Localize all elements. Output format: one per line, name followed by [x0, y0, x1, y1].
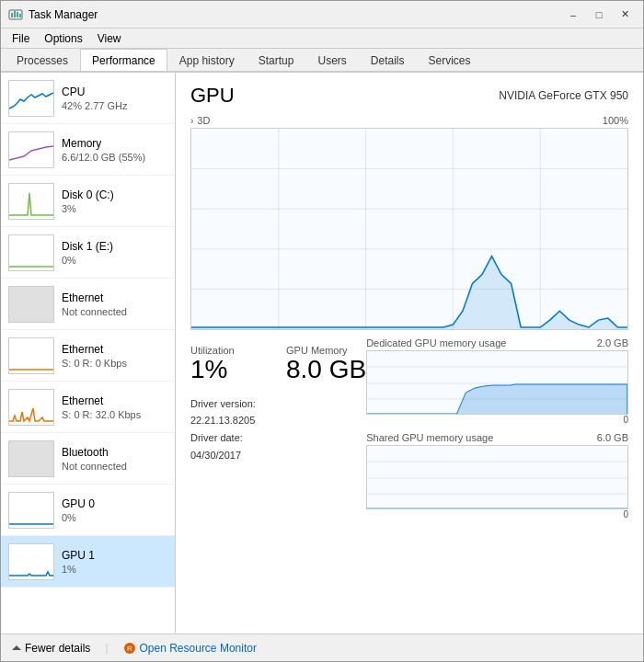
- title-controls: – □ ✕: [562, 6, 636, 24]
- detail-panel: GPU NVIDIA GeForce GTX 950 › 3D 100%: [176, 73, 643, 633]
- dedicated-chart-svg: [367, 351, 627, 415]
- svg-marker-21: [367, 508, 627, 509]
- menu-view[interactable]: View: [90, 30, 129, 47]
- app-icon: [8, 7, 23, 22]
- detail-header: GPU NVIDIA GeForce GTX 950: [190, 84, 628, 108]
- shared-min: 0: [366, 509, 628, 519]
- driver-date-label: Driver date:: [190, 429, 366, 447]
- disk1-info: Disk 1 (E:) 0%: [62, 240, 167, 266]
- tab-performance[interactable]: Performance: [80, 49, 167, 71]
- dedicated-label-row: Dedicated GPU memory usage 2.0 GB: [366, 337, 628, 348]
- memory-thumb: [8, 131, 54, 168]
- svg-rect-2: [14, 11, 16, 17]
- ethernet2-thumb: [8, 337, 54, 374]
- cpu-thumb: [8, 80, 54, 117]
- gpu0-info: GPU 0 0%: [62, 497, 167, 523]
- ethernet1-value: Not connected: [62, 306, 167, 317]
- sidebar-item-disk1[interactable]: Disk 1 (E:) 0%: [1, 227, 175, 279]
- utilization-value: 1%: [190, 356, 264, 384]
- fewer-details-label[interactable]: Fewer details: [25, 642, 90, 655]
- chart-label-row: › 3D 100%: [190, 115, 628, 126]
- bottom-bar: Fewer details | R Open Resource Monitor: [1, 633, 643, 661]
- disk0-thumb: [8, 183, 54, 220]
- dedicated-max: 2.0 GB: [597, 337, 628, 348]
- svg-rect-4: [19, 14, 21, 17]
- sidebar-item-ethernet2[interactable]: Ethernet S: 0 R: 0 Kbps: [1, 330, 175, 382]
- gpu1-value: 1%: [62, 564, 167, 575]
- gpu0-thumb: [8, 492, 54, 529]
- shared-chart-svg: [367, 446, 627, 509]
- tab-startup[interactable]: Startup: [247, 49, 306, 71]
- tab-processes[interactable]: Processes: [5, 49, 80, 71]
- chart-collapse-icon[interactable]: ›: [190, 116, 193, 126]
- tab-users[interactable]: Users: [305, 49, 358, 71]
- ethernet3-thumb: [8, 389, 54, 426]
- resource-monitor-label[interactable]: Open Resource Monitor: [140, 642, 257, 655]
- minimize-button[interactable]: –: [562, 6, 584, 24]
- gpu1-info: GPU 1 1%: [62, 549, 167, 575]
- utilization-stat: Utilization 1%: [190, 345, 264, 384]
- tab-details[interactable]: Details: [359, 49, 417, 71]
- mini-charts-area: Dedicated GPU memory usage 2.0 GB 0: [366, 337, 628, 519]
- separator: |: [105, 642, 108, 655]
- shared-gpu-section: Shared GPU memory usage 6.0 GB 0: [366, 432, 628, 519]
- fewer-details-icon: [12, 645, 21, 650]
- disk1-value: 0%: [62, 255, 167, 266]
- stats-area: Utilization 1% GPU Memory 8.0 GB Driver …: [190, 337, 628, 519]
- tab-services[interactable]: Services: [417, 49, 483, 71]
- dedicated-label: Dedicated GPU memory usage: [366, 337, 506, 348]
- chart-series-label: 3D: [197, 115, 210, 126]
- maximize-button[interactable]: □: [588, 6, 610, 24]
- resource-monitor-icon: R: [123, 642, 136, 655]
- svg-rect-3: [17, 12, 18, 17]
- tab-app-history[interactable]: App history: [167, 49, 247, 71]
- shared-chart: [366, 445, 628, 509]
- chart-label-left: › 3D: [190, 115, 210, 126]
- svg-marker-17: [367, 384, 627, 415]
- disk0-info: Disk 0 (C:) 3%: [62, 188, 167, 214]
- ethernet2-label: Ethernet: [62, 343, 167, 356]
- driver-date-value: 04/30/2017: [190, 447, 366, 464]
- chart-max-label: 100%: [603, 115, 628, 126]
- window-title: Task Manager: [29, 8, 98, 21]
- ethernet1-thumb: [8, 286, 54, 323]
- disk0-value: 3%: [62, 203, 167, 214]
- sidebar-item-memory[interactable]: Memory 6.6/12.0 GB (55%): [1, 124, 175, 176]
- sidebar: CPU 42% 2.77 GHz Memory 6.6/12.0 GB (55%…: [1, 73, 176, 633]
- memory-label: Memory: [62, 137, 167, 150]
- memory-value: 6.6/12.0 GB (55%): [62, 152, 167, 163]
- fewer-details-container[interactable]: Fewer details: [12, 642, 90, 655]
- gpu0-label: GPU 0: [62, 497, 167, 510]
- ethernet2-info: Ethernet S: 0 R: 0 Kbps: [62, 343, 167, 369]
- cpu-info: CPU 42% 2.77 GHz: [62, 86, 167, 111]
- sidebar-item-gpu0[interactable]: GPU 0 0%: [1, 485, 175, 536]
- shared-label-row: Shared GPU memory usage 6.0 GB: [366, 432, 628, 443]
- menu-bar: File Options View: [1, 29, 643, 49]
- detail-title: GPU: [190, 84, 235, 108]
- stats-left: Utilization 1% GPU Memory 8.0 GB Driver …: [190, 337, 366, 519]
- shared-label: Shared GPU memory usage: [366, 432, 493, 443]
- sidebar-item-ethernet1[interactable]: Ethernet Not connected: [1, 279, 175, 330]
- disk1-label: Disk 1 (E:): [62, 240, 167, 253]
- svg-marker-13: [191, 257, 627, 329]
- sidebar-item-disk0[interactable]: Disk 0 (C:) 3%: [1, 176, 175, 227]
- bluetooth-info: Bluetooth Not connected: [62, 446, 167, 472]
- close-button[interactable]: ✕: [614, 6, 636, 24]
- ethernet3-info: Ethernet S: 0 R: 32.0 Kbps: [62, 394, 167, 420]
- cpu-value: 42% 2.77 GHz: [62, 100, 167, 111]
- dedicated-chart: [366, 350, 628, 415]
- sidebar-item-gpu1[interactable]: GPU 1 1%: [1, 536, 175, 588]
- ethernet3-value: S: 0 R: 32.0 Kbps: [62, 409, 167, 420]
- menu-file[interactable]: File: [5, 30, 37, 47]
- bluetooth-label: Bluetooth: [62, 446, 167, 459]
- sidebar-item-ethernet3[interactable]: Ethernet S: 0 R: 32.0 Kbps: [1, 382, 175, 433]
- disk1-thumb: [8, 234, 54, 271]
- sidebar-item-bluetooth[interactable]: Bluetooth Not connected: [1, 433, 175, 485]
- sidebar-item-cpu[interactable]: CPU 42% 2.77 GHz: [1, 73, 175, 124]
- resource-monitor-container[interactable]: R Open Resource Monitor: [123, 642, 257, 655]
- menu-options[interactable]: Options: [37, 30, 89, 47]
- svg-rect-1: [11, 13, 13, 17]
- driver-version-label: Driver version:: [190, 395, 366, 413]
- dedicated-gpu-section: Dedicated GPU memory usage 2.0 GB 0: [366, 337, 628, 425]
- title-bar-left: Task Manager: [8, 7, 98, 22]
